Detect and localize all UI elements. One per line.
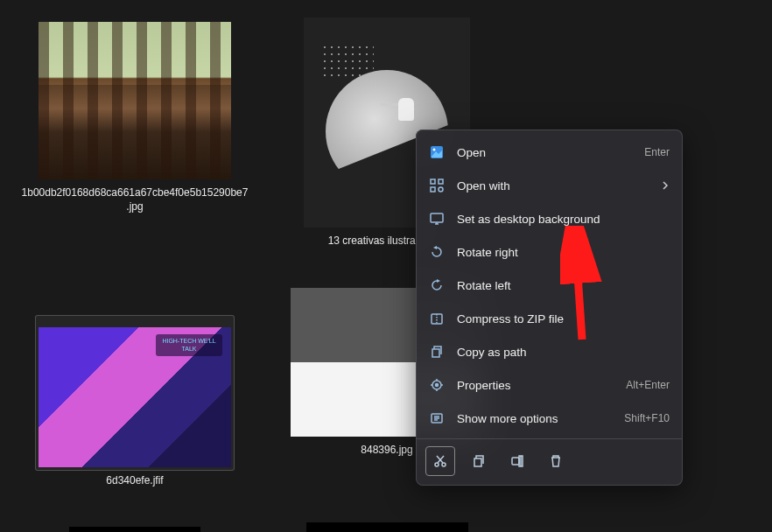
menu-item-open[interactable]: Open Enter [417,136,682,169]
menu-item-open-with[interactable]: Open with [417,169,682,202]
open-image-icon [429,144,445,160]
thumbnail[interactable] [39,18,231,179]
image-preview [69,527,200,532]
menu-item-compress-zip[interactable]: Compress to ZIP file [417,302,682,335]
zip-icon [429,311,445,326]
image-preview [306,522,468,532]
menu-label: Compress to ZIP file [457,312,670,326]
thumbnail[interactable] [39,318,231,467]
menu-label: Set as desktop background [457,213,670,226]
action-bar [417,438,682,480]
menu-item-set-background[interactable]: Set as desktop background [417,202,682,235]
file-label: 1b00db2f0168d68ca661a67cbe4f0e5b15290be7… [21,186,249,214]
menu-label: Show more options [457,412,612,425]
image-preview [39,22,231,179]
context-menu: Open Enter Open with Set as desktop back… [416,130,683,486]
file-item[interactable]: 1b00db2f0168d68ca661a67cbe4f0e5b15290be7… [18,18,252,214]
menu-item-rotate-left[interactable]: Rotate left [417,269,682,302]
delete-button[interactable] [541,446,571,476]
rename-button[interactable] [502,446,532,476]
file-item[interactable] [270,522,504,532]
more-options-icon [429,410,445,426]
copy-button[interactable] [464,446,494,476]
open-with-icon [429,178,445,193]
file-label: 848396.jpg [361,444,412,458]
menu-item-show-more[interactable]: Show more options Shift+F10 [417,402,682,435]
image-preview [39,327,231,467]
thumbnail[interactable] [291,522,483,532]
menu-label: Open [457,146,632,159]
menu-item-properties[interactable]: Properties Alt+Enter [417,368,682,402]
thumbnail[interactable] [39,522,231,532]
rotate-right-icon [429,244,445,260]
chevron-right-icon [661,181,670,190]
cut-button[interactable] [425,446,455,476]
svg-point-12 [435,463,439,466]
menu-label: Rotate right [457,246,670,259]
menu-label: Rotate left [457,279,670,292]
svg-point-1 [433,149,436,151]
menu-shortcut: Enter [644,146,670,158]
svg-rect-15 [512,458,519,465]
menu-item-rotate-right[interactable]: Rotate right [417,235,682,269]
menu-shortcut: Alt+Enter [626,379,670,391]
copy-path-icon [429,344,445,360]
desktop-icon [429,211,445,227]
rotate-left-icon [429,277,445,293]
properties-icon [429,377,445,393]
menu-item-copy-path[interactable]: Copy as path [417,335,682,368]
file-label: 6d340efe.jfif [106,474,163,488]
svg-rect-3 [439,179,443,184]
svg-rect-2 [431,179,435,184]
svg-point-13 [442,463,446,466]
menu-label: Copy as path [457,346,670,359]
svg-point-10 [436,384,439,387]
menu-shortcut: Shift+F10 [624,412,670,424]
menu-label: Properties [457,379,614,392]
svg-rect-14 [474,458,481,466]
svg-rect-6 [431,214,443,222]
menu-label: Open with [457,179,649,192]
svg-rect-4 [431,187,435,192]
svg-point-5 [439,187,443,192]
file-item-selected[interactable]: 6d340efe.jfif [18,284,252,488]
file-item[interactable]: 1131620.png [18,522,252,532]
svg-rect-8 [432,349,439,357]
